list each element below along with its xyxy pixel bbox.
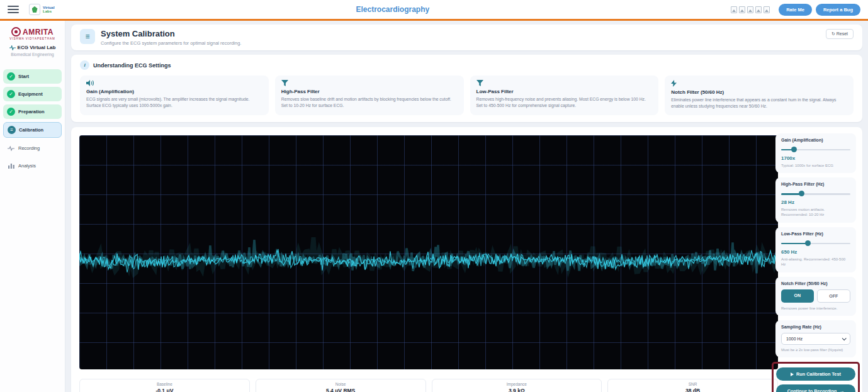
stat-baseline: Baseline -0.1 μV	[79, 379, 250, 392]
noise-waveform	[79, 135, 778, 369]
sidebar-item-recording[interactable]: Recording	[3, 141, 62, 155]
stat-noise: Noise 5.4 μV RMS	[256, 379, 426, 392]
lab-subtitle: Biomedical Engineering	[3, 52, 62, 57]
page-header-card: ≡ System Calibration Configure the ECG s…	[71, 25, 862, 50]
rating-star-broken-image-icon[interactable]	[739, 6, 745, 13]
play-icon	[791, 372, 794, 376]
signal-stats-row: Baseline -0.1 μV Noise 5.4 μV RMS Impeda…	[79, 379, 778, 392]
sidebar-item-equipment[interactable]: ✓ Equipment	[3, 87, 62, 101]
rating-stars	[731, 6, 770, 13]
page-subtitle: Configure the ECG system parameters for …	[101, 40, 241, 46]
funnel-icon	[476, 80, 483, 86]
sampling-rate-control: Sampling Rate (Hz) 1000 Hz Must be ≥ 2x …	[775, 320, 856, 357]
stat-impedance: Impedance 3.9 kΩ	[432, 379, 602, 392]
zap-icon	[671, 80, 677, 87]
low-pass-control: Low-Pass Filter (Hz) 650 Hz Anti-aliasin…	[775, 227, 856, 272]
info-card-gain: Gain (Amplification) ECG signals are ver…	[80, 76, 269, 115]
analysis-step-chart-icon	[7, 162, 15, 170]
reset-icon: ↻	[831, 31, 835, 36]
tutorial-highlight-box: Run Calibration Test Continue to Recordi…	[772, 362, 860, 392]
calibration-stage-card: Baseline -0.1 μV Noise 5.4 μV RMS Impeda…	[71, 127, 862, 392]
notch-on-button[interactable]: ON	[781, 289, 814, 303]
sidebar: AMRITA VISHWA VIDYAPEETHAM ECG Virtual L…	[0, 21, 65, 392]
arrow-right-icon: →	[839, 388, 844, 392]
chevron-down-icon	[842, 336, 847, 340]
low-pass-slider-thumb[interactable]	[805, 240, 811, 246]
low-pass-slider[interactable]	[781, 240, 850, 247]
sidebar-item-analysis[interactable]: Analysis	[3, 159, 62, 173]
low-pass-value: 650 Hz	[781, 249, 850, 255]
info-card-notch: Notch Filter (50/60 Hz) Eliminates power…	[665, 76, 854, 115]
recording-step-waveform-icon	[7, 144, 15, 152]
experiment-title: Electrocardiography	[55, 5, 731, 14]
virtual-labs-logo-icon	[29, 4, 40, 15]
page-title: System Calibration	[101, 29, 241, 38]
sliders-icon: ≡	[80, 29, 95, 44]
speaker-icon	[86, 80, 94, 86]
virtual-labs-logo[interactable]: VirtualLabs	[29, 4, 55, 15]
gain-slider-thumb[interactable]	[791, 147, 797, 152]
stat-snr: SNR 38 dB	[607, 379, 778, 392]
rating-star-broken-image-icon[interactable]	[764, 6, 770, 13]
preparation-step-completed-icon: ✓	[7, 108, 15, 116]
funnel-icon	[281, 80, 288, 86]
equipment-step-completed-icon: ✓	[7, 90, 15, 98]
sidebar-item-calibration[interactable]: ≡ Calibration	[3, 122, 62, 138]
sampling-rate-select[interactable]: 1000 Hz	[781, 333, 850, 345]
info-icon: i	[80, 60, 89, 70]
amrita-logo: AMRITA VISHWA VIDYAPEETHAM ECG Virtual L…	[0, 26, 65, 60]
controls-panel: Gain (Amplification) 1700x Typical: 1000…	[775, 133, 856, 392]
lab-title: ECG Virtual Lab	[18, 45, 56, 50]
reset-button[interactable]: ↻ Reset	[826, 29, 854, 39]
continue-to-recording-button[interactable]: Continue to Recording →	[776, 384, 855, 392]
university-name: AMRITA	[23, 28, 54, 36]
high-pass-control: High-Pass Filter (Hz) 28 Hz Removes moti…	[775, 177, 856, 223]
gain-slider[interactable]	[781, 147, 850, 153]
gain-value: 1700x	[781, 155, 850, 161]
run-calibration-button[interactable]: Run Calibration Test	[776, 367, 855, 381]
gain-control: Gain (Amplification) 1700x Typical: 1000…	[775, 133, 856, 173]
rate-me-button[interactable]: Rate Me	[779, 4, 812, 16]
notch-off-button[interactable]: OFF	[817, 289, 851, 303]
high-pass-value: 28 Hz	[781, 199, 850, 205]
info-card-high-pass: High-Pass Filter Removes slow baseline d…	[275, 76, 464, 115]
sidebar-item-preparation[interactable]: ✓ Preparation	[3, 104, 62, 119]
high-pass-slider-thumb[interactable]	[799, 191, 804, 196]
ecg-scope-display	[79, 135, 778, 369]
rating-star-broken-image-icon[interactable]	[755, 6, 762, 13]
info-card-low-pass: Low-Pass Filter Removes high-frequency n…	[470, 76, 659, 115]
notch-filter-control: Notch Filter (50/60 Hz) ON OFF Removes p…	[775, 277, 856, 316]
amrita-emblem-icon	[11, 27, 21, 36]
top-navigation-bar: VirtualLabs Electrocardiography Rate Me …	[0, 0, 868, 19]
virtual-labs-logo-text: VirtualLabs	[43, 6, 55, 13]
pulse-icon	[9, 45, 16, 50]
calibration-step-icon: ≡	[8, 126, 16, 134]
start-step-completed-icon: ✓	[7, 72, 15, 81]
info-section-card: i Understanding ECG Settings Gain (Ampli…	[71, 55, 862, 122]
step-navigation: ✓ Start ✓ Equipment ✓ Preparation ≡ Cali…	[0, 69, 65, 173]
hamburger-menu-icon[interactable]	[8, 6, 19, 13]
high-pass-slider[interactable]	[781, 191, 850, 197]
main-content: ≡ System Calibration Configure the ECG s…	[65, 21, 868, 392]
report-bug-button[interactable]: Report a Bug	[816, 4, 860, 16]
info-section-heading: Understanding ECG Settings	[93, 62, 171, 69]
rating-star-broken-image-icon[interactable]	[747, 6, 753, 13]
sidebar-item-start[interactable]: ✓ Start	[3, 69, 62, 84]
university-subtitle: VISHWA VIDYAPEETHAM	[3, 37, 62, 40]
rating-star-broken-image-icon[interactable]	[731, 6, 737, 13]
